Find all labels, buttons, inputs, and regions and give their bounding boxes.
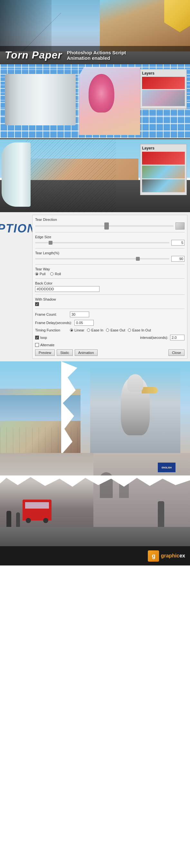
timing-cols: Timing Function Linear Ease In Ease Out	[35, 328, 185, 332]
timing-ease-in-option[interactable]: Ease In	[87, 328, 103, 332]
buildings-right	[93, 453, 190, 527]
close-button[interactable]: Close	[168, 349, 185, 356]
alternate-checkbox[interactable]	[35, 343, 39, 347]
loop-checkbox-label[interactable]: ✓ loop	[35, 336, 47, 340]
loop-row: ✓ loop interval(seconds): 2.0	[35, 335, 185, 340]
loop-checkbox[interactable]: ✓	[35, 336, 39, 340]
logo-brand-name: graphic	[161, 553, 180, 558]
tear-direction-icon	[175, 222, 185, 229]
demo-section-1: Layers	[0, 64, 190, 138]
with-shadow-checkbox[interactable]: ✓	[35, 302, 39, 306]
alternate-label: Alternate	[40, 343, 54, 347]
back-color-input-row: #DDDDDD	[35, 286, 185, 292]
tear-direction-slider-track	[35, 225, 173, 227]
timing-radio-group: Linear Ease In Ease Out Ease In Out	[70, 328, 151, 332]
back-color-input[interactable]: #DDDDDD	[35, 286, 100, 292]
tear-direction-thumb[interactable]	[104, 222, 109, 229]
paper-curl-outdoor	[2, 143, 31, 207]
edge-size-slider-row: 5	[35, 240, 185, 246]
tram-body	[23, 500, 52, 521]
interval-input[interactable]: 2.0	[170, 335, 185, 340]
tear-length-value: 90	[180, 257, 183, 261]
back-color-value: #DDDDDD	[37, 287, 54, 291]
preview-button[interactable]: Preview	[35, 349, 55, 356]
timing-ease-out-radio[interactable]	[106, 329, 109, 332]
person-silhouette-2	[16, 513, 20, 527]
frame-count-input[interactable]: 30	[70, 311, 89, 317]
with-shadow-checkbox-label[interactable]: ✓	[35, 302, 185, 306]
layer-thumb-trees-2	[142, 165, 185, 179]
tram-wheel-left	[26, 518, 31, 523]
edge-size-input[interactable]: 5	[171, 240, 185, 246]
frame-count-label: Frame Count:	[35, 312, 67, 316]
timing-linear-label: Linear	[74, 328, 84, 332]
layers-panel-2-title: Layers	[142, 146, 185, 151]
tear-length-slider-row: 90	[35, 256, 185, 262]
footer-section: g graphicex	[0, 546, 190, 565]
timing-ease-in-label: Ease In	[91, 328, 103, 332]
sketch-overlay-2	[26, 139, 116, 212]
timing-ease-out-option[interactable]: Ease Out	[106, 328, 125, 332]
alternate-row: Alternate	[35, 343, 185, 347]
back-color-row: Back Color #DDDDDD	[35, 281, 185, 295]
pelican-beak	[142, 387, 158, 394]
logo-domain: ex	[180, 553, 185, 558]
timing-ease-in-out-label: Ease In Out	[132, 328, 151, 332]
edge-size-value: 5	[181, 241, 183, 245]
timing-ease-in-out-option[interactable]: Ease In Out	[128, 328, 151, 332]
interval-value: 2.0	[172, 336, 177, 340]
static-button[interactable]: Static	[57, 349, 73, 356]
tear-length-label: Tear Length(%)	[35, 251, 185, 255]
tear-way-row: Tear Way Pull Roll	[35, 267, 185, 279]
animation-button[interactable]: Animation	[75, 349, 98, 356]
tear-length-input[interactable]: 90	[171, 256, 185, 262]
frame-delay-cols: Frame Delay(seconds): 0.05	[35, 320, 185, 326]
tear-way-roll-label: Roll	[55, 272, 61, 276]
tear-way-roll-option[interactable]: Roll	[50, 272, 61, 276]
edge-size-thumb[interactable]	[49, 241, 53, 245]
timing-linear-radio[interactable]	[70, 329, 73, 332]
timing-linear-option[interactable]: Linear	[70, 328, 84, 332]
hero-main-title: Torn Paper	[5, 49, 62, 61]
alternate-checkbox-label[interactable]: Alternate	[35, 343, 185, 347]
tear-way-pull-option[interactable]: Pull	[35, 272, 46, 276]
layers-panel-1: Layers	[140, 69, 187, 109]
logo-text-block: graphicex	[161, 553, 185, 559]
frame-delay-input[interactable]: 0.05	[74, 320, 94, 326]
interval-label: interval(seconds):	[140, 336, 168, 340]
person-silhouette-1	[6, 511, 11, 527]
english-sign: ENGLISH	[158, 463, 175, 472]
tear-way-pull-radio[interactable]	[35, 272, 38, 276]
tear-length-thumb[interactable]	[136, 257, 140, 261]
logo-letter: g	[152, 553, 155, 559]
tear-length-row: Tear Length(%) 90	[35, 251, 185, 265]
layers-panel-1-title: Layers	[142, 71, 185, 75]
edge-size-row: Edge Size 5	[35, 235, 185, 248]
loop-label: loop	[40, 336, 47, 340]
paper-roll-body	[5, 74, 76, 125]
logo-brand: graphicex	[161, 553, 185, 559]
graphicex-logo: g graphicex	[148, 550, 185, 562]
hero-subtitle-line1: Photoshop Actions Script	[67, 50, 126, 55]
tear-way-roll-radio[interactable]	[50, 272, 53, 276]
timing-ease-in-out-radio[interactable]	[128, 329, 131, 332]
hero-sketch-effect	[10, 13, 74, 52]
interval-group: interval(seconds): 2.0	[140, 335, 185, 340]
frame-delay-label: Frame Delay(seconds):	[35, 321, 72, 325]
frame-count-cols: Frame Count: 30	[35, 311, 185, 317]
paper-roll-container	[5, 74, 79, 129]
options-panel: Tear Direction Edge Size 5 Tear L	[32, 215, 187, 359]
with-shadow-label: With Shadow	[35, 298, 185, 301]
pink-hair-photo	[79, 67, 140, 135]
frame-delay-value: 0.05	[76, 321, 83, 325]
timing-function-row: Timing Function Linear Ease In Ease Out	[35, 328, 185, 332]
demo-section-2: Layers	[0, 138, 190, 212]
with-shadow-row: With Shadow ✓	[35, 298, 185, 309]
edge-size-slider-track	[35, 242, 169, 243]
frame-count-row: Frame Count: 30	[35, 311, 185, 317]
action-button-row: Preview Static Animation Close	[35, 349, 185, 356]
tram-wheel-right	[43, 518, 48, 523]
timing-ease-in-radio[interactable]	[87, 329, 90, 332]
person-silhouette-3	[158, 501, 164, 527]
back-color-label: Back Color	[35, 281, 185, 285]
